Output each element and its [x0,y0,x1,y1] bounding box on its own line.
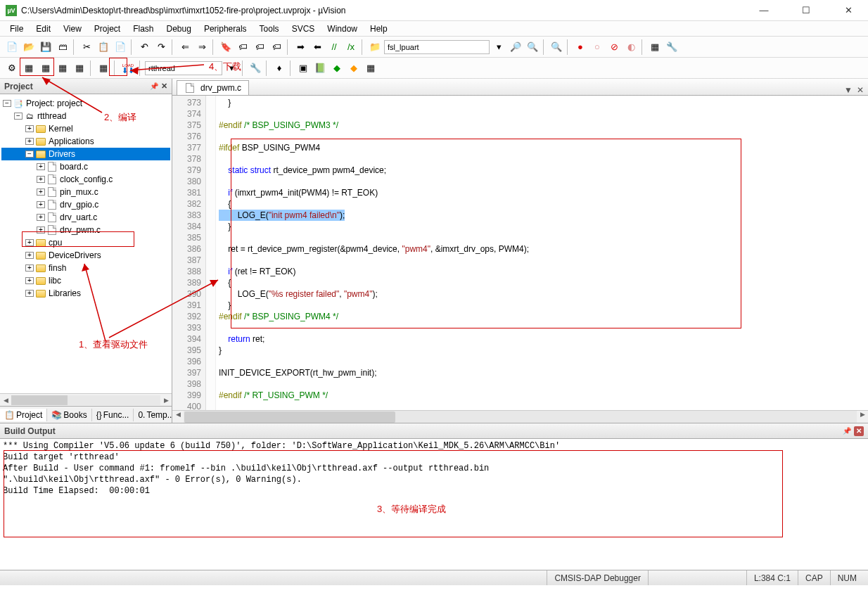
outdent-icon[interactable]: ⬅ [309,39,325,55]
tree-target[interactable]: −🗂rtthread [1,110,170,122]
manage-icon[interactable]: ◆ [329,60,345,76]
new-file-icon[interactable]: 📄 [4,39,20,55]
paste-icon[interactable]: 📄 [113,39,128,55]
bookmark-next-icon[interactable]: 🏷 [252,39,267,55]
tab-close-icon[interactable]: ✕ [857,85,864,95]
stop-build-icon[interactable]: ▦ [72,60,87,76]
code-content[interactable]: } #endif /* BSP_USING_PWM3 */ #ifdef BSP… [216,96,868,410]
build-pin-icon[interactable]: 📌 [843,427,851,435]
pin-icon[interactable]: 📌 [150,82,158,90]
tree-file-board[interactable]: +board.c [1,160,170,173]
find-icon[interactable]: 📁 [367,39,383,55]
menu-flash[interactable]: Flash [127,23,159,35]
save-all-icon[interactable]: 🗃 [55,39,70,55]
menu-peripherals[interactable]: Peripherals [198,23,253,35]
tab-dropdown-icon[interactable]: ▼ [844,85,853,95]
menu-tools[interactable]: Tools [254,23,285,35]
tree-group-applications[interactable]: +Applications [1,135,170,148]
nav-fwd-icon[interactable]: ⇒ [194,39,210,55]
breakpoint-disable-icon[interactable]: ○ [589,39,605,55]
tree-group-libc[interactable]: +libc [1,274,170,287]
target-combo[interactable] [145,61,222,75]
tree-group-devicedrivers[interactable]: +DeviceDrivers [1,249,170,262]
debug-icon[interactable]: 🔍 [549,39,564,55]
tab-books[interactable]: 📚Books [47,409,91,421]
tree-group-kernel[interactable]: +Kernel [1,122,170,135]
find-combo[interactable] [384,40,490,54]
menu-view[interactable]: View [58,23,87,35]
tree-file-drv-uart[interactable]: +drv_uart.c [1,211,170,224]
build-icon[interactable]: ▦ [21,60,37,76]
tree-file-clock-config[interactable]: +clock_config.c [1,173,170,186]
tree-hscrollbar[interactable]: ◀▶ [0,393,172,406]
breakpoint-enable-icon[interactable]: ◐ [623,39,639,55]
statusbar: CMSIS-DAP Debugger L:384 C:1 CAP NUM [0,570,868,585]
bookmark-prev-icon[interactable]: 🏷 [235,39,250,55]
bookmark-clear-icon[interactable]: 🏷 [269,39,284,55]
tab-project[interactable]: 📋Project [0,409,47,421]
window-icon[interactable]: ▦ [647,39,663,55]
open-icon[interactable]: 📂 [21,39,37,55]
manage-rte-icon[interactable]: ♦ [272,60,287,76]
build-output-header: Build Output 📌 ✕ [0,423,868,439]
breakpoint-icon[interactable]: ● [573,39,588,55]
code-editor[interactable]: 373 374 375 376 377 378 379 380 381 382 … [172,96,868,410]
editor-tab-drv-pwm[interactable]: drv_pwm.c [177,80,249,95]
menu-window[interactable]: Window [321,23,363,35]
menu-project[interactable]: Project [89,23,126,35]
fold-column[interactable] [206,96,216,410]
tree-file-drv-gpio[interactable]: +drv_gpio.c [1,198,170,211]
nav-back-icon[interactable]: ⇐ [177,39,193,55]
tree-group-drivers[interactable]: −Drivers [1,148,170,160]
build-output-body[interactable]: *** Using Compiler 'V5.06 update 6 (buil… [0,439,868,570]
tree-group-cpu[interactable]: +cpu [1,236,170,249]
pack-installer-icon[interactable]: ▣ [295,60,311,76]
editor-hscrollbar[interactable]: ◀ ▶ [172,410,868,423]
tree-file-pin-mux[interactable]: +pin_mux.c [1,186,170,198]
app-icon: µV [6,5,17,16]
find-dropdown-icon[interactable]: ▾ [491,39,506,55]
translate-icon[interactable]: ⚙ [4,60,20,76]
menu-help[interactable]: Help [364,23,393,35]
panel-close-icon[interactable]: ✕ [161,82,167,91]
minimize-button[interactable]: — [750,1,778,20]
find-in-files-icon[interactable]: 🔎 [508,39,523,55]
target-options-icon[interactable]: ▦ [96,60,111,76]
copy-icon[interactable]: 📋 [96,39,111,55]
menu-file[interactable]: File [4,23,29,35]
tree-file-drv-pwm[interactable]: +drv_pwm.c [1,224,170,236]
download-icon[interactable]: LOAD⬇⬇ [120,60,136,76]
rebuild-icon[interactable]: ▦ [38,60,53,76]
tree-root[interactable]: −📑Project: project [1,97,170,110]
batch-build-icon[interactable]: ▦ [55,60,70,76]
menu-edit[interactable]: Edit [30,23,56,35]
tab-functions[interactable]: {}Func... [92,409,134,421]
breakpoint-kill-icon[interactable]: ⊘ [606,39,622,55]
save-icon[interactable]: 💾 [38,39,53,55]
select-icon[interactable]: ◆ [346,60,362,76]
books-icon[interactable]: 📗 [312,60,328,76]
menu-svcs[interactable]: SVCS [286,23,321,35]
redo-icon[interactable]: ↷ [153,39,169,55]
bookmark-icon[interactable]: 🔖 [218,39,234,55]
tree-group-finsh[interactable]: +finsh [1,262,170,274]
configure-icon[interactable]: 🔧 [664,39,679,55]
project-tree[interactable]: −📑Project: project −🗂rtthread +Kernel +A… [0,94,172,393]
options-icon[interactable]: 🔧 [248,60,263,76]
more-icon[interactable]: ▦ [363,60,378,76]
status-num: NUM [830,570,864,585]
maximize-button[interactable]: ☐ [792,1,820,20]
indent-icon[interactable]: ➡ [293,39,308,55]
target-dropdown-icon[interactable]: ▾ [224,60,239,76]
comment-icon[interactable]: // [326,39,342,55]
menu-debug[interactable]: Debug [161,23,197,35]
close-button[interactable]: ✕ [834,1,862,20]
incremental-find-icon[interactable]: 🔍 [525,39,540,55]
undo-icon[interactable]: ↶ [136,39,152,55]
uncomment-icon[interactable]: /x [343,39,359,55]
build-close-icon[interactable]: ✕ [854,426,864,436]
tree-group-libraries[interactable]: +Libraries [1,287,170,300]
build-output-panel: Build Output 📌 ✕ *** Using Compiler 'V5.… [0,423,868,570]
build-output-title: Build Output [4,426,56,436]
cut-icon[interactable]: ✂ [79,39,94,55]
